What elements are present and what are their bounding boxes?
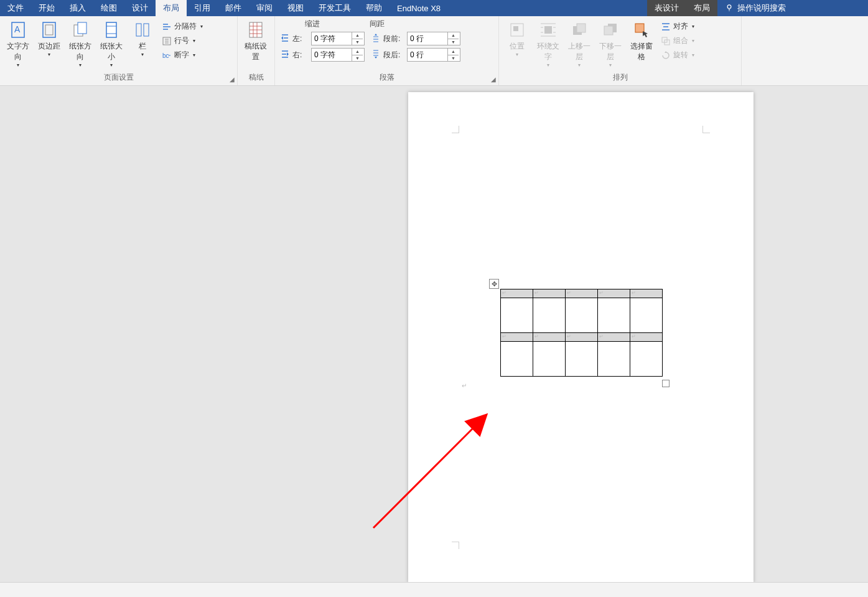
- spacing-before-label: 段前:: [383, 34, 404, 44]
- hyphenation-button[interactable]: bc 断字▾: [159, 49, 205, 62]
- svg-rect-4: [45, 25, 53, 35]
- tell-me-label: 操作说明搜索: [737, 2, 786, 14]
- spin-down[interactable]: ▼: [352, 39, 363, 45]
- tab-layout[interactable]: 布局: [156, 0, 187, 16]
- svg-point-0: [727, 4, 731, 8]
- spin-up[interactable]: ▲: [352, 49, 363, 55]
- breaks-button[interactable]: 分隔符▾: [159, 20, 205, 33]
- tab-insert[interactable]: 插入: [62, 0, 93, 16]
- group-paragraph: 缩进 间距 左: ▲▼ 右:: [275, 16, 499, 85]
- align-button[interactable]: 对齐▾: [658, 20, 697, 33]
- lightbulb-icon: [725, 3, 734, 14]
- tab-draw[interactable]: 绘图: [93, 0, 124, 16]
- document-area[interactable]: ✥ ↵↵↵↵↵ ↵↵↵↵↵ ↵: [0, 86, 868, 582]
- status-bar: [0, 582, 868, 597]
- group-arrange: 位置▾ 环绕文字▾ 上移一层▾ 下移一层▾ 选择窗格 对齐▾: [499, 16, 742, 85]
- tab-file[interactable]: 文件: [0, 0, 31, 16]
- group-objects-button: 组合▾: [658, 34, 697, 47]
- tab-developer[interactable]: 开发工具: [311, 0, 358, 16]
- tab-home[interactable]: 开始: [31, 0, 62, 16]
- spin-down[interactable]: ▼: [448, 39, 459, 45]
- svg-text:A: A: [14, 24, 21, 34]
- svg-rect-8: [136, 24, 141, 36]
- tab-references[interactable]: 引用: [187, 0, 218, 16]
- spacing-after-icon: [371, 49, 381, 61]
- table-move-handle[interactable]: ✥: [489, 279, 499, 289]
- rotate-button: 旋转▾: [658, 49, 697, 62]
- group-label-manuscript: 稿纸: [249, 73, 264, 82]
- ribbon: A 文字方向▾ 页边距▾ 纸张方向▾ 纸张大小▾ 栏▾: [0, 16, 868, 86]
- document-page[interactable]: ✥ ↵↵↵↵↵ ↵↵↵↵↵ ↵: [408, 92, 754, 582]
- spacing-header: 间距: [370, 19, 385, 29]
- spacing-after-input[interactable]: ▲▼: [407, 48, 460, 62]
- indent-right-icon: [280, 49, 290, 61]
- tab-table-layout[interactable]: 布局: [686, 0, 717, 16]
- margin-corner-icon: [702, 126, 710, 133]
- svg-rect-9: [144, 24, 149, 36]
- indent-right-label: 右:: [292, 50, 309, 60]
- columns-button[interactable]: 栏▾: [128, 19, 157, 57]
- group-label-page-setup: 页面设置: [104, 73, 134, 82]
- send-backward-button: 下移一层▾: [596, 19, 625, 67]
- spin-up[interactable]: ▲: [448, 32, 459, 39]
- size-button[interactable]: 纸张大小▾: [97, 19, 126, 67]
- selection-pane-button[interactable]: 选择窗格: [627, 19, 656, 62]
- table-resize-handle[interactable]: [662, 380, 670, 387]
- margin-corner-icon: [452, 126, 459, 133]
- manuscript-settings-button[interactable]: 稿纸设置: [241, 19, 270, 62]
- spacing-before-input[interactable]: ▲▼: [407, 32, 460, 45]
- svg-rect-6: [78, 22, 86, 34]
- indent-left-input[interactable]: ▲▼: [311, 32, 365, 45]
- ribbon-tabs: 文件 开始 插入 绘图 设计 布局 引用 邮件 审阅 视图 开发工具 帮助 En…: [0, 0, 868, 16]
- spacing-after-label: 段后:: [383, 50, 404, 60]
- wrap-text-button: 环绕文字▾: [534, 19, 562, 67]
- spin-up[interactable]: ▲: [448, 49, 459, 55]
- tab-endnote[interactable]: EndNote X8: [390, 0, 448, 16]
- paragraph-launcher[interactable]: ◢: [491, 76, 496, 83]
- indent-header: 缩进: [305, 19, 320, 29]
- text-direction-button[interactable]: A 文字方向▾: [4, 19, 32, 67]
- group-label-paragraph: 段落: [380, 73, 394, 82]
- svg-rect-20: [635, 24, 644, 32]
- orientation-button[interactable]: 纸张方向▾: [66, 19, 95, 67]
- svg-rect-7: [106, 22, 116, 37]
- spin-down[interactable]: ▼: [448, 55, 459, 62]
- tell-me-search[interactable]: 操作说明搜索: [717, 0, 793, 16]
- spacing-before-icon: [371, 33, 381, 45]
- document-table[interactable]: ↵↵↵↵↵ ↵↵↵↵↵: [500, 289, 663, 377]
- tab-design[interactable]: 设计: [124, 0, 156, 16]
- spin-down[interactable]: ▼: [352, 55, 363, 62]
- tab-help[interactable]: 帮助: [358, 0, 390, 16]
- tab-view[interactable]: 视图: [280, 0, 311, 16]
- page-setup-launcher[interactable]: ◢: [230, 76, 235, 83]
- position-button: 位置▾: [503, 19, 531, 57]
- svg-rect-15: [544, 26, 552, 34]
- svg-rect-17: [577, 24, 586, 32]
- svg-text:bc: bc: [162, 52, 169, 59]
- tab-table-design[interactable]: 表设计: [647, 0, 686, 16]
- svg-rect-19: [604, 26, 613, 35]
- indent-left-icon: [280, 33, 290, 45]
- indent-left-label: 左:: [292, 34, 309, 44]
- margin-corner-icon: [452, 542, 459, 549]
- margins-button[interactable]: 页边距▾: [35, 19, 63, 57]
- spin-up[interactable]: ▲: [352, 32, 363, 39]
- paragraph-mark-icon: ↵: [462, 382, 467, 389]
- group-manuscript: 稿纸设置 稿纸: [238, 16, 275, 85]
- tab-review[interactable]: 审阅: [249, 0, 280, 16]
- svg-rect-14: [513, 26, 518, 31]
- bring-forward-button: 上移一层▾: [565, 19, 594, 67]
- group-page-setup: A 文字方向▾ 页边距▾ 纸张方向▾ 纸张大小▾ 栏▾: [0, 16, 238, 85]
- line-numbers-button[interactable]: 行号▾: [159, 34, 205, 47]
- tab-mailings[interactable]: 邮件: [218, 0, 249, 16]
- indent-right-input[interactable]: ▲▼: [311, 48, 365, 62]
- group-label-arrange: 排列: [613, 73, 628, 82]
